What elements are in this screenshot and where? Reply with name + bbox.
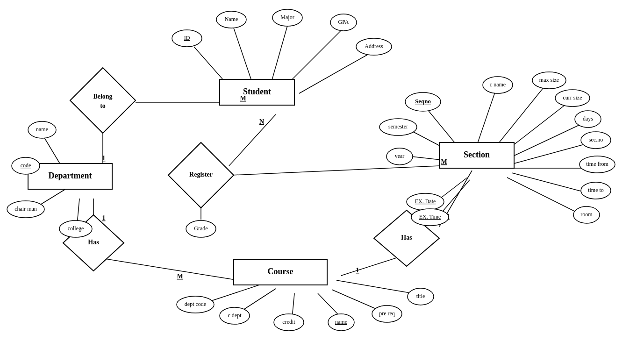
svg-line-21 xyxy=(477,91,495,146)
attr-student-id-label: ID xyxy=(184,35,190,41)
svg-line-2 xyxy=(229,114,276,166)
attr-student-major-label: Major xyxy=(280,14,294,21)
belong-to-diamond xyxy=(70,68,136,133)
attr-course-name-label: name xyxy=(335,319,347,325)
attr-section-semester-label: semester xyxy=(388,123,408,130)
attr-dept-code-label: code xyxy=(21,162,31,169)
card-has-dept-dept: 1 xyxy=(102,214,106,221)
attr-section-timefrom-label: time from xyxy=(586,161,608,167)
svg-line-13 xyxy=(299,54,369,93)
attr-section-room-label: room xyxy=(580,211,593,218)
attr-dept-name-label: name xyxy=(36,126,48,133)
attr-section-exdate-label: EX. Date xyxy=(415,198,436,205)
department-label: Department xyxy=(49,171,92,180)
card-belong-dept: 1 xyxy=(102,155,106,162)
svg-line-31 xyxy=(206,283,266,303)
attr-dept-college-label: college xyxy=(68,225,84,232)
svg-line-30 xyxy=(442,180,470,213)
attr-section-secno-label: sec.no xyxy=(589,136,603,143)
card-register-section: M xyxy=(441,158,447,165)
svg-line-25 xyxy=(514,142,591,163)
attr-section-seqno-label: Seqno xyxy=(415,98,431,105)
has-dept-label: Has xyxy=(88,239,99,246)
er-diagram: Belong to Register Has Has Student Depar… xyxy=(0,0,644,341)
svg-line-11 xyxy=(271,26,287,83)
attr-course-deptcode-label: dept code xyxy=(185,301,206,307)
attr-register-grade-label: Grade xyxy=(194,225,208,232)
attr-course-cdept-label: c dept xyxy=(228,312,242,319)
attr-section-timeto-label: time to xyxy=(588,187,604,193)
belong-to-label: Belong xyxy=(93,93,112,100)
register-label: Register xyxy=(189,171,213,178)
attr-section-extime-label: EX. Time xyxy=(419,213,441,220)
card-has-section-course: 1 xyxy=(356,267,359,274)
attr-section-cname-label: c name xyxy=(490,81,506,88)
attr-section-days-label: days xyxy=(583,115,593,122)
attr-dept-chairman-label: chair man xyxy=(14,206,37,212)
attr-course-credit-label: credit xyxy=(282,319,295,325)
svg-line-12 xyxy=(285,30,341,86)
belong-to-label2: to xyxy=(100,102,106,109)
has-section-label: Has xyxy=(401,234,412,241)
section-label: Section xyxy=(464,150,490,159)
card-has-dept-course: M xyxy=(177,273,183,280)
attr-course-prereq-label: pre req xyxy=(379,310,395,317)
attr-student-gpa-label: GPA xyxy=(338,19,349,25)
attr-section-maxsize-label: max size xyxy=(539,77,559,83)
svg-line-24 xyxy=(509,124,582,158)
card-register-student: N xyxy=(259,118,264,125)
card-belong-student: M xyxy=(240,95,246,102)
student-label: Student xyxy=(243,87,271,96)
attr-student-address-label: Address xyxy=(365,43,383,50)
attr-section-year-label: year xyxy=(395,153,405,159)
svg-line-28 xyxy=(507,178,582,215)
svg-line-6 xyxy=(93,257,238,280)
svg-line-10 xyxy=(234,28,252,83)
svg-line-22 xyxy=(495,86,544,147)
svg-line-27 xyxy=(512,173,591,194)
attr-section-currsize-label: curr size xyxy=(563,94,582,101)
attr-course-title-label: title xyxy=(416,293,425,299)
attr-student-name-label: Name xyxy=(225,16,238,22)
svg-line-36 xyxy=(336,280,418,294)
svg-line-3 xyxy=(231,166,439,175)
course-label: Course xyxy=(268,267,293,276)
